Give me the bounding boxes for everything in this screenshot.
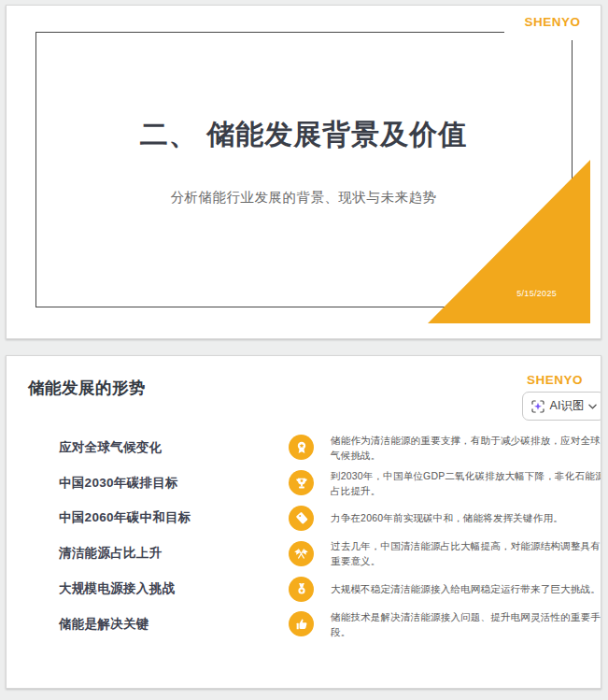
brand-logo: SHENYO bbox=[524, 15, 580, 29]
item-label: 清洁能源占比上升 bbox=[59, 545, 289, 562]
award-ribbon-icon bbox=[289, 435, 314, 460]
brand-logo: SHENYO bbox=[527, 373, 583, 387]
medal-icon bbox=[289, 577, 314, 602]
item-label: 中国2030年碳排目标 bbox=[59, 475, 289, 492]
corner-triangle-decoration bbox=[428, 160, 590, 323]
chevron-down-icon bbox=[588, 404, 597, 409]
slide-2-card: 储能发展的形势 SHENYO AI识图 应对全球气候变化 bbox=[6, 355, 601, 689]
item-label: 中国2060年碳中和目标 bbox=[59, 509, 289, 526]
item-label: 储能是解决关键 bbox=[59, 616, 289, 633]
item-label: 大规模电源接入挑战 bbox=[59, 580, 289, 597]
item-description: 储能作为清洁能源的重要支撑，有助于减少碳排放，应对全球 气候挑战。 bbox=[331, 433, 601, 463]
item-description: 到2030年，中国单位GDP二氧化碳排放大幅下降，非化石能源 占比提升。 bbox=[331, 468, 601, 498]
item-description: 储能技术是解决清洁能源接入问题、提升电网灵活性的重要手 段。 bbox=[331, 609, 601, 639]
list-item: 储能是解决关键 储能技术是解决清洁能源接入问题、提升电网灵活性的重要手 段。 bbox=[59, 607, 591, 642]
crossed-flags-icon bbox=[289, 541, 314, 566]
slide-1-card: SHENYO 二、 储能发展背景及价值 分析储能行业发展的背景、现状与未来趋势 … bbox=[6, 5, 601, 339]
slide-1-title: 二、 储能发展背景及价值 bbox=[7, 116, 601, 154]
list-item: 清洁能源占比上升 过去几年，中国清洁能源占比大幅提高，对能源结构调整具有 重要意… bbox=[59, 536, 591, 571]
list-item: 中国2030年碳排目标 到2030年，中国单位GDP二氧化碳排放大幅下降，非化石… bbox=[59, 465, 591, 501]
item-label: 应对全球气候变化 bbox=[59, 439, 289, 456]
item-description: 大规模不稳定清洁能源接入给电网稳定运行带来了巨大挑战。 bbox=[331, 581, 601, 596]
list-item: 大规模电源接入挑战 大规模不稳定清洁能源接入给电网稳定运行带来了巨大挑战。 bbox=[59, 571, 591, 607]
thumbs-up-icon bbox=[289, 611, 314, 636]
ai-recognize-button[interactable]: AI识图 bbox=[522, 392, 601, 421]
slide-2-title: 储能发展的形势 bbox=[28, 377, 146, 399]
ai-button-label: AI识图 bbox=[550, 398, 585, 414]
list-item: 应对全球气候变化 储能作为清洁能源的重要支撑，有助于减少碳排放，应对全球 气候挑… bbox=[59, 430, 591, 465]
list-item: 中国2060年碳中和目标 力争在2060年前实现碳中和，储能将发挥关键作用。 bbox=[59, 501, 591, 536]
brand-logo-box: SHENYO bbox=[527, 371, 583, 388]
item-description: 力争在2060年前实现碳中和，储能将发挥关键作用。 bbox=[331, 510, 601, 525]
brand-logo-box: SHENYO bbox=[504, 6, 601, 40]
slide-date: 5/15/2025 bbox=[516, 289, 557, 298]
item-description: 过去几年，中国清洁能源占比大幅提高，对能源结构调整具有 重要意义。 bbox=[331, 538, 601, 568]
tag-icon bbox=[289, 506, 314, 531]
trophy-icon bbox=[289, 470, 314, 495]
scan-sparkle-icon bbox=[530, 399, 545, 414]
topic-list: 应对全球气候变化 储能作为清洁能源的重要支撑，有助于减少碳排放，应对全球 气候挑… bbox=[59, 430, 591, 642]
